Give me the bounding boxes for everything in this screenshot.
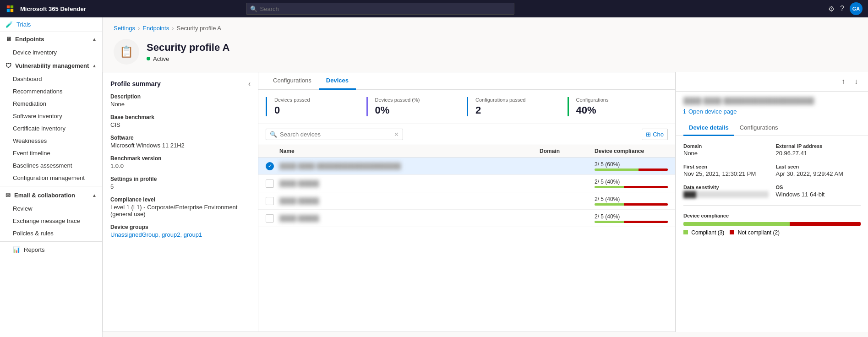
checkbox[interactable] <box>266 214 274 223</box>
row-check[interactable] <box>266 179 279 188</box>
table-row[interactable]: ████ █████ 2/ 5 (40%) <box>258 192 675 210</box>
software-label: Software <box>110 135 251 141</box>
not-compliant-legend: Not compliant (2) <box>730 229 780 236</box>
summary-software: Software Microsoft Windows 11 21H2 <box>110 135 251 149</box>
compliance-level-label: Compliance level <box>110 196 251 203</box>
open-device-page-link[interactable]: ℹ Open device page <box>676 106 868 120</box>
settings-icon[interactable]: ⚙ <box>828 5 835 13</box>
global-search-input[interactable] <box>260 5 510 12</box>
bar-red <box>624 203 668 206</box>
sidebar-item-trials[interactable]: 🧪 Trials <box>0 17 102 32</box>
sidebar-section-endpoints[interactable]: 🖥 Endpoints ▲ <box>0 32 102 46</box>
profile-header: 📋 Security profile A Active <box>103 35 868 72</box>
profile-title: Security profile A Active <box>147 42 229 62</box>
device-groups-link[interactable]: UnassignedGroup, group2, group1 <box>110 231 202 238</box>
bar-red <box>639 168 668 171</box>
profile-name: Security profile A <box>147 42 229 54</box>
sidebar-item-policies-rules[interactable]: Policies & rules <box>0 227 102 239</box>
compliance-text: 2/ 5 (40%) <box>595 196 668 202</box>
stat-configurations-pct-value: 40% <box>576 104 661 116</box>
col-compliance-header: Device compliance <box>595 148 668 154</box>
sidebar-item-exchange-message-trace[interactable]: Exchange message trace <box>0 215 102 227</box>
compliant-legend: Compliant (3) <box>683 229 724 236</box>
summary-compliance-level: Compliance level Level 1 (L1) - Corporat… <box>110 196 251 217</box>
detail-tab-configurations[interactable]: Configurations <box>734 120 784 136</box>
sidebar-section-vulnerability[interactable]: 🛡 Vulnerability management ▲ <box>0 59 102 73</box>
row-compliance: 2/ 5 (40%) <box>595 213 668 223</box>
sidebar-item-dashboard[interactable]: Dashboard <box>0 73 102 85</box>
sidebar-item-certificate-inventory[interactable]: Certificate inventory <box>0 122 102 135</box>
sidebar-item-device-inventory[interactable]: Device inventory <box>0 46 102 59</box>
device-table-header: Name Domain Device compliance <box>258 145 675 158</box>
app-name: Microsoft 365 Defender <box>20 5 86 12</box>
compliant-bar <box>683 222 790 226</box>
row-check[interactable] <box>266 197 279 205</box>
compliance-bar-track <box>595 186 668 188</box>
compliance-bar-track <box>595 168 668 171</box>
detail-tab-device-details[interactable]: Device details <box>683 120 734 136</box>
description-label: Description <box>110 93 251 100</box>
table-row[interactable]: ████ █████ 2/ 5 (40%) <box>258 210 675 227</box>
settings-in-profile-value: 5 <box>110 183 251 190</box>
svg-rect-3 <box>11 9 13 12</box>
tab-devices[interactable]: Devices <box>319 72 356 90</box>
right-panel: Configurations Devices Devices passed 0 … <box>258 72 676 332</box>
detail-fields: Domain None External IP address 20.96.27… <box>676 136 868 205</box>
breadcrumb-profile: Security profile A <box>177 25 222 32</box>
table-row[interactable]: ✓ ████ ████ ████████████████████ 3/ 5 (6… <box>258 158 675 175</box>
table-row[interactable]: ████ █████ 2/ 5 (40%) <box>258 175 675 192</box>
base-benchmark-label: Base benchmark <box>110 114 251 120</box>
checkbox[interactable] <box>266 179 274 188</box>
profile-icon-symbol: 📋 <box>120 45 133 58</box>
device-name-blurred: ████ █████ <box>279 180 319 187</box>
sidebar-item-software-inventory[interactable]: Software inventory <box>0 110 102 122</box>
row-check[interactable] <box>266 214 279 223</box>
stat-configurations-passed-label: Configurations passed <box>475 97 560 103</box>
profile-summary-panel: Profile summary ‹ Description None Base … <box>103 72 258 332</box>
app-icon <box>5 4 15 13</box>
profile-status: Active <box>147 55 229 62</box>
detail-data-sensitivity: Data senstivity ███ <box>683 185 769 198</box>
bar-green <box>595 186 624 188</box>
sidebar-item-weaknesses[interactable]: Weaknesses <box>0 135 102 147</box>
sidebar-item-recommendations[interactable]: Recommendations <box>0 85 102 98</box>
search-icon: 🔍 <box>250 5 257 12</box>
svg-rect-2 <box>7 9 10 12</box>
device-name-blurred: ████ █████ <box>279 197 319 204</box>
global-search-box[interactable]: 🔍 <box>246 3 514 15</box>
device-compliance-bar <box>683 222 861 226</box>
row-name: ████ █████ <box>279 180 540 187</box>
clear-search-icon[interactable]: ✕ <box>394 131 399 138</box>
detail-domain: Domain None <box>683 143 769 157</box>
bar-green <box>595 203 624 206</box>
device-search-input-wrapper[interactable]: 🔍 ✕ <box>266 129 403 140</box>
device-search-input[interactable] <box>280 131 391 138</box>
bar-green <box>595 168 639 171</box>
stat-devices-passed-pct-value: 0% <box>375 104 460 116</box>
data-sensitivity-label: Data senstivity <box>683 185 769 190</box>
email-icon: ✉ <box>5 192 11 199</box>
sidebar-item-reports[interactable]: 📊 Reports <box>0 244 102 256</box>
sidebar-item-baselines-assessment[interactable]: Baselines assessment <box>0 159 102 172</box>
sidebar-item-configuration-management[interactable]: Configuration management <box>0 172 102 184</box>
help-icon[interactable]: ? <box>840 5 844 13</box>
nav-down-button[interactable]: ↓ <box>852 76 861 87</box>
nav-up-button[interactable]: ↑ <box>839 76 848 87</box>
stat-devices-passed-label: Devices passed <box>274 97 359 103</box>
stats-row: Devices passed 0 Devices passed (%) 0% C… <box>258 90 675 124</box>
tab-configurations[interactable]: Configurations <box>266 72 319 90</box>
row-check[interactable]: ✓ <box>266 162 279 170</box>
checkbox[interactable] <box>266 197 274 205</box>
breadcrumb-settings[interactable]: Settings <box>114 25 135 32</box>
not-compliant-dot <box>730 230 734 234</box>
breadcrumb-endpoints[interactable]: Endpoints <box>142 25 169 32</box>
sidebar-item-review[interactable]: Review <box>0 202 102 215</box>
compliance-level-value: Level 1 (L1) - Corporate/Enterprise Envi… <box>110 204 251 217</box>
sidebar-item-remediation[interactable]: Remediation <box>0 98 102 110</box>
sidebar-section-email[interactable]: ✉ Email & collaboration ▲ <box>0 188 102 202</box>
columns-button[interactable]: ⊞ Cho <box>642 129 668 140</box>
collapse-button[interactable]: ‹ <box>248 80 251 88</box>
status-text: Active <box>153 55 169 62</box>
device-table: Name Domain Device compliance ✓ ████ ███… <box>258 145 675 227</box>
sidebar-item-event-timeline[interactable]: Event timeline <box>0 147 102 159</box>
